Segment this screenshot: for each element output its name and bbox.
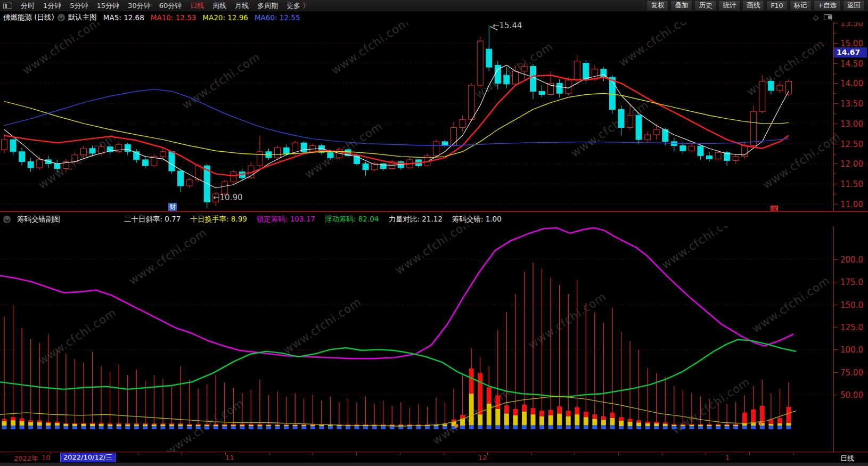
toolbar: 复权叠加历史统计画线F10标记+自选返回 (645, 0, 868, 11)
period-tab-0[interactable]: 分时 (17, 0, 39, 12)
ma-value-1: MA10: 12.53 (151, 13, 196, 22)
tool-button-3[interactable]: 统计 (718, 0, 740, 11)
sub-axis-label-6: 50.00 (840, 390, 863, 400)
last-price-box: 14.67 (834, 47, 867, 58)
date-tick (706, 452, 706, 455)
axis-tick (834, 204, 838, 205)
axis-tick (834, 113, 836, 114)
indicator-header: 筹码交错副图 二十日斜率: 0.77十日换手率: 8.99锁定筹码: 103.1… (0, 212, 868, 226)
date-tick (444, 452, 444, 455)
price-axis-label-4: 13.50 (840, 99, 863, 109)
axis-tick (834, 93, 836, 94)
date-tick (182, 452, 182, 455)
tool-button-4[interactable]: 画线 (742, 0, 764, 11)
date-tick (400, 452, 400, 455)
date-tick (51, 452, 51, 455)
period-tab-6[interactable]: 日线 (186, 0, 208, 12)
indicator-value-2: 锁定筹码: 103.17 (257, 215, 315, 224)
month-label-2: 12 (478, 454, 487, 462)
announcement-badge[interactable]: 财 (168, 203, 177, 211)
axis-tick (834, 163, 838, 164)
date-tick (662, 452, 662, 455)
indicator-value-4: 力量对比: 21.12 (388, 215, 443, 224)
price-axis-label-5: 13.00 (840, 119, 863, 129)
axis-tick (834, 103, 838, 104)
window-layout-icon[interactable] (3, 3, 12, 9)
period-tab-1[interactable]: 1分钟 (39, 0, 65, 12)
price-axis-label-9: 11.00 (840, 200, 863, 209)
tool-button-7[interactable]: +自选 (814, 0, 841, 11)
axis-tick (834, 144, 838, 144)
period-indicator: 日线 (840, 454, 854, 463)
tool-button-8[interactable]: 返回 (843, 0, 865, 11)
date-tick (618, 452, 619, 455)
axis-tick (834, 83, 838, 84)
tool-button-5[interactable]: F10 (766, 1, 787, 11)
sub-axis-label-0: 200.0 (840, 255, 863, 265)
date-axis-bar[interactable]: 2022年 1011121 2022/10/12/三 日线 (0, 452, 868, 463)
tool-button-0[interactable]: 复权 (646, 0, 668, 11)
axis-tick (834, 194, 836, 194)
month-label-3: 1 (725, 454, 730, 462)
axis-tick (834, 282, 838, 282)
overlay-label[interactable]: 默认主图 (68, 13, 97, 22)
date-tick (225, 452, 226, 455)
axis-tick (834, 154, 836, 154)
sub-axis-label-1: 175.0 (840, 277, 863, 287)
period-tab-9[interactable]: 多周期 (253, 0, 282, 12)
period-tab-8[interactable]: 月线 (231, 0, 253, 12)
axis-tick (834, 33, 836, 34)
date-tick (749, 452, 750, 455)
stock-name: 佛燃能源 (日线) (3, 13, 54, 22)
ma-value-3: MA60: 12.55 (255, 13, 300, 22)
year-label: 2022年 (14, 454, 38, 463)
axis-tick (834, 124, 838, 124)
axis-tick (834, 305, 838, 305)
top-menu-bar: 分时1分钟5分钟15分钟30分钟60分钟日线周线月线多周期更多 〉 复权叠加历史… (0, 0, 868, 12)
price-axis-label-8: 11.50 (840, 179, 863, 189)
axis-tick (834, 395, 838, 395)
axis-tick (834, 23, 838, 23)
indicator-value-0: 二十日斜率: 0.77 (124, 215, 181, 224)
diamond-icon[interactable]: ◇ (813, 13, 818, 21)
period-tab-3[interactable]: 15分钟 (93, 0, 124, 12)
ma-value-0: MA5: 12.68 (103, 13, 144, 22)
sub-axis-label-5: 75.00 (840, 368, 863, 378)
indicator-title: 筹码交错副图 (17, 215, 60, 224)
sub-axis-label-3: 125.0 (840, 323, 863, 332)
indicator-sub-chart[interactable] (0, 226, 833, 452)
split-window-icon[interactable] (824, 14, 832, 20)
main-price-chart[interactable] (0, 22, 833, 211)
chevron-down-icon[interactable] (3, 216, 11, 223)
date-tick (269, 452, 269, 455)
axis-tick (834, 43, 838, 44)
axis-tick (834, 174, 836, 174)
price-axis-label-2: 14.50 (840, 59, 863, 69)
period-tabs: 分时1分钟5分钟15分钟30分钟60分钟日线周线月线多周期更多 〉 (17, 0, 314, 12)
period-tab-7[interactable]: 周线 (208, 0, 231, 12)
tool-button-6[interactable]: 标记 (790, 0, 812, 11)
sub-axis-label-4: 100.0 (840, 345, 863, 355)
tool-button-1[interactable]: 叠加 (670, 0, 692, 11)
taskbar-strip (0, 463, 868, 466)
date-tick (575, 452, 575, 455)
axis-tick (834, 73, 836, 74)
low-annotation: ←10.90 (213, 193, 243, 202)
axis-tick (834, 259, 838, 260)
axis-tick (834, 327, 838, 328)
period-tab-4[interactable]: 30分钟 (124, 0, 155, 12)
axis-tick (834, 184, 838, 184)
month-label-1: 11 (225, 454, 234, 462)
date-tick (531, 452, 531, 455)
date-tick (793, 452, 793, 455)
info-bar: 佛燃能源 (日线) 默认主图 MA5: 12.68MA10: 12.53MA20… (0, 12, 868, 22)
period-tab-10[interactable]: 更多 〉 (282, 0, 314, 12)
period-tab-5[interactable]: 60分钟 (155, 0, 186, 12)
chevron-down-icon[interactable] (58, 14, 65, 21)
price-axis-label-6: 12.50 (840, 140, 863, 149)
indicator-value-3: 浮动筹码: 82.04 (325, 215, 379, 224)
axis-tick (834, 372, 838, 373)
period-tab-2[interactable]: 5分钟 (65, 0, 92, 12)
tool-button-2[interactable]: 历史 (694, 0, 716, 11)
date-tick (487, 452, 488, 455)
